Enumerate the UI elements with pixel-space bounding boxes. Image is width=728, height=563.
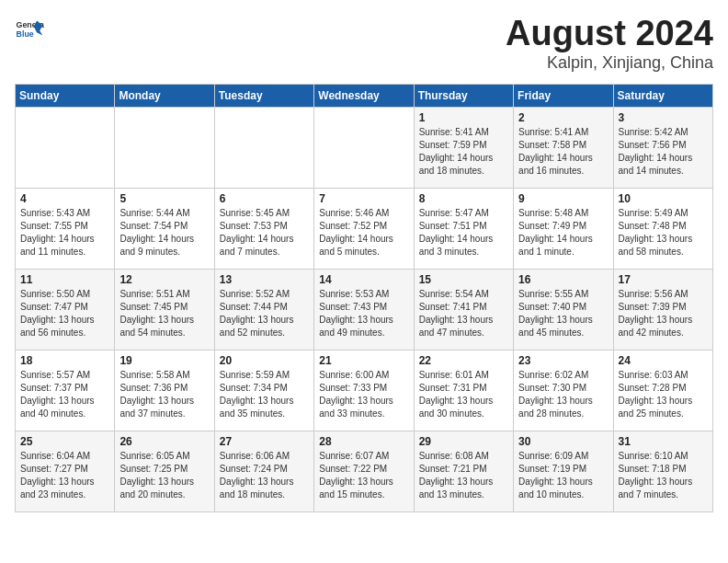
day-cell: 16Sunrise: 5:55 AMSunset: 7:40 PMDayligh… [514,269,613,350]
day-number: 31 [619,435,708,448]
day-cell: 25Sunrise: 6:04 AMSunset: 7:27 PMDayligh… [16,431,115,511]
day-number: 10 [619,192,708,205]
day-info: Sunrise: 6:03 AMSunset: 7:28 PMDaylight:… [619,369,708,420]
day-info: Sunrise: 5:50 AMSunset: 7:47 PMDaylight:… [20,288,109,339]
day-info: Sunrise: 5:59 AMSunset: 7:34 PMDaylight:… [220,369,309,420]
logo-icon: General Blue [15,15,44,44]
day-info: Sunrise: 6:01 AMSunset: 7:31 PMDaylight:… [419,369,508,420]
day-info: Sunrise: 6:02 AMSunset: 7:30 PMDaylight:… [518,369,608,420]
day-number: 21 [319,354,408,367]
day-info: Sunrise: 5:52 AMSunset: 7:44 PMDaylight:… [220,288,309,339]
svg-text:Blue: Blue [17,29,34,39]
day-number: 19 [119,354,209,367]
day-cell: 1Sunrise: 5:41 AMSunset: 7:59 PMDaylight… [414,107,513,188]
day-cell [314,107,414,188]
day-info: Sunrise: 5:57 AMSunset: 7:37 PMDaylight:… [20,369,109,420]
day-number: 7 [319,192,408,205]
day-number: 25 [20,435,109,448]
header-sunday: Sunday [16,84,115,107]
day-info: Sunrise: 6:05 AMSunset: 7:25 PMDaylight:… [119,450,209,501]
day-number: 9 [518,192,608,205]
day-cell: 8Sunrise: 5:47 AMSunset: 7:51 PMDaylight… [414,188,513,269]
header-tuesday: Tuesday [214,84,313,107]
day-cell: 5Sunrise: 5:44 AMSunset: 7:54 PMDaylight… [115,188,214,269]
day-cell: 29Sunrise: 6:08 AMSunset: 7:21 PMDayligh… [414,431,513,511]
day-number: 3 [619,111,708,124]
day-info: Sunrise: 5:56 AMSunset: 7:39 PMDaylight:… [619,288,708,339]
day-cell: 11Sunrise: 5:50 AMSunset: 7:47 PMDayligh… [16,269,115,350]
day-cell: 17Sunrise: 5:56 AMSunset: 7:39 PMDayligh… [613,269,712,350]
day-number: 20 [220,354,309,367]
day-info: Sunrise: 5:51 AMSunset: 7:45 PMDaylight:… [119,288,209,339]
day-info: Sunrise: 5:41 AMSunset: 7:58 PMDaylight:… [518,126,608,178]
day-number: 13 [220,273,309,286]
header-friday: Friday [514,84,613,107]
day-number: 23 [518,354,608,367]
day-info: Sunrise: 5:49 AMSunset: 7:48 PMDaylight:… [619,207,708,259]
day-info: Sunrise: 6:08 AMSunset: 7:21 PMDaylight:… [419,450,508,501]
day-info: Sunrise: 5:42 AMSunset: 7:56 PMDaylight:… [619,126,708,178]
day-info: Sunrise: 5:44 AMSunset: 7:54 PMDaylight:… [119,207,209,259]
week-row-1: 1Sunrise: 5:41 AMSunset: 7:59 PMDaylight… [16,107,713,188]
calendar-table: SundayMondayTuesdayWednesdayThursdayFrid… [15,84,713,512]
header-monday: Monday [115,84,214,107]
day-cell: 27Sunrise: 6:06 AMSunset: 7:24 PMDayligh… [214,431,313,511]
day-cell [214,107,313,188]
day-cell: 21Sunrise: 6:00 AMSunset: 7:33 PMDayligh… [314,350,414,431]
day-info: Sunrise: 5:55 AMSunset: 7:40 PMDaylight:… [518,288,608,339]
day-cell: 14Sunrise: 5:53 AMSunset: 7:43 PMDayligh… [314,269,414,350]
day-info: Sunrise: 5:54 AMSunset: 7:41 PMDaylight:… [419,288,508,339]
day-cell: 18Sunrise: 5:57 AMSunset: 7:37 PMDayligh… [16,350,115,431]
day-cell: 30Sunrise: 6:09 AMSunset: 7:19 PMDayligh… [514,431,613,511]
page-subtitle: Kalpin, Xinjiang, China [506,53,713,73]
day-cell: 12Sunrise: 5:51 AMSunset: 7:45 PMDayligh… [115,269,214,350]
day-number: 16 [518,273,608,286]
header-saturday: Saturday [613,84,712,107]
day-cell: 22Sunrise: 6:01 AMSunset: 7:31 PMDayligh… [414,350,513,431]
logo: General Blue [15,15,44,44]
week-row-3: 11Sunrise: 5:50 AMSunset: 7:47 PMDayligh… [16,269,713,350]
calendar-header-row: SundayMondayTuesdayWednesdayThursdayFrid… [16,84,713,107]
day-number: 11 [20,273,109,286]
day-cell: 10Sunrise: 5:49 AMSunset: 7:48 PMDayligh… [613,188,712,269]
day-cell: 31Sunrise: 6:10 AMSunset: 7:18 PMDayligh… [613,431,712,511]
day-cell: 26Sunrise: 6:05 AMSunset: 7:25 PMDayligh… [115,431,214,511]
week-row-2: 4Sunrise: 5:43 AMSunset: 7:55 PMDaylight… [16,188,713,269]
day-number: 5 [119,192,209,205]
day-cell: 7Sunrise: 5:46 AMSunset: 7:52 PMDaylight… [314,188,414,269]
day-cell: 23Sunrise: 6:02 AMSunset: 7:30 PMDayligh… [514,350,613,431]
day-number: 24 [619,354,708,367]
day-cell: 28Sunrise: 6:07 AMSunset: 7:22 PMDayligh… [314,431,414,511]
day-number: 26 [119,435,209,448]
day-cell: 20Sunrise: 5:59 AMSunset: 7:34 PMDayligh… [214,350,313,431]
day-info: Sunrise: 5:43 AMSunset: 7:55 PMDaylight:… [20,207,109,259]
day-cell: 3Sunrise: 5:42 AMSunset: 7:56 PMDaylight… [613,107,712,188]
day-info: Sunrise: 6:09 AMSunset: 7:19 PMDaylight:… [518,450,608,501]
day-info: Sunrise: 6:06 AMSunset: 7:24 PMDaylight:… [220,450,309,501]
day-cell: 13Sunrise: 5:52 AMSunset: 7:44 PMDayligh… [214,269,313,350]
day-number: 17 [619,273,708,286]
page-header: General Blue August 2024 Kalpin, Xinjian… [15,15,713,73]
day-cell: 2Sunrise: 5:41 AMSunset: 7:58 PMDaylight… [514,107,613,188]
day-cell [16,107,115,188]
week-row-5: 25Sunrise: 6:04 AMSunset: 7:27 PMDayligh… [16,431,713,511]
day-number: 6 [220,192,309,205]
day-info: Sunrise: 5:47 AMSunset: 7:51 PMDaylight:… [419,207,508,259]
day-cell [115,107,214,188]
day-number: 27 [220,435,309,448]
week-row-4: 18Sunrise: 5:57 AMSunset: 7:37 PMDayligh… [16,350,713,431]
day-number: 22 [419,354,508,367]
day-number: 12 [119,273,209,286]
day-cell: 19Sunrise: 5:58 AMSunset: 7:36 PMDayligh… [115,350,214,431]
page-title: August 2024 [506,15,713,53]
day-info: Sunrise: 6:00 AMSunset: 7:33 PMDaylight:… [319,369,408,420]
day-info: Sunrise: 6:07 AMSunset: 7:22 PMDaylight:… [319,450,408,501]
day-number: 14 [319,273,408,286]
day-info: Sunrise: 5:41 AMSunset: 7:59 PMDaylight:… [419,126,508,178]
day-cell: 15Sunrise: 5:54 AMSunset: 7:41 PMDayligh… [414,269,513,350]
header-thursday: Thursday [414,84,513,107]
header-wednesday: Wednesday [314,84,414,107]
day-cell: 24Sunrise: 6:03 AMSunset: 7:28 PMDayligh… [613,350,712,431]
title-block: August 2024 Kalpin, Xinjiang, China [506,15,713,73]
day-info: Sunrise: 6:04 AMSunset: 7:27 PMDaylight:… [20,450,109,501]
